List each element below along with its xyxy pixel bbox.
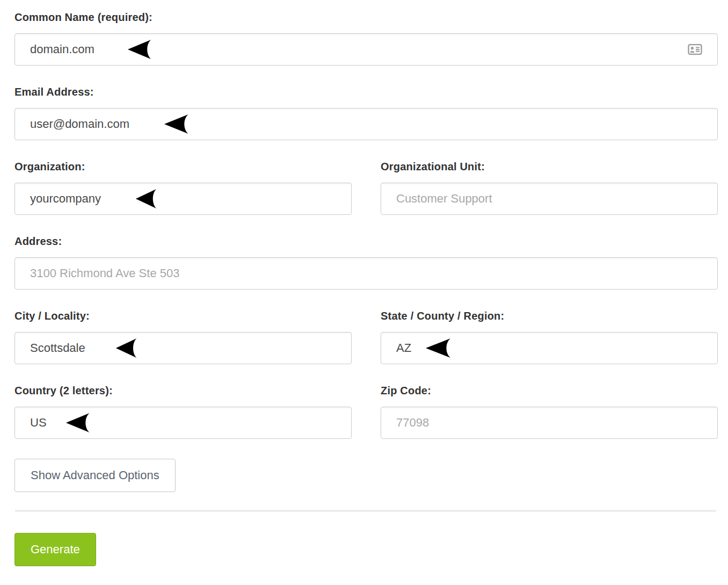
organization-input[interactable] — [14, 183, 352, 215]
address-label: Address: — [14, 235, 718, 248]
field-organization: Organization: — [14, 160, 352, 215]
zip-input-wrap — [381, 407, 718, 439]
section-divider — [15, 510, 716, 512]
show-advanced-options-button[interactable]: Show Advanced Options — [14, 459, 176, 492]
common-name-input[interactable] — [14, 33, 718, 66]
field-zip: Zip Code: — [381, 384, 718, 439]
city-label: City / Locality: — [14, 309, 352, 322]
email-label: Email Address: — [14, 85, 718, 98]
common-name-label: Common Name (required): — [14, 11, 718, 24]
organization-label: Organization: — [14, 160, 352, 173]
field-email: Email Address: — [14, 85, 718, 140]
csr-generator-form: Common Name (required): Email Address: O… — [14, 0, 718, 566]
field-organizational-unit: Organizational Unit: — [381, 160, 718, 215]
country-label: Country (2 letters): — [14, 384, 352, 397]
state-label: State / County / Region: — [381, 309, 718, 322]
city-input[interactable] — [14, 332, 352, 364]
city-input-wrap — [14, 332, 352, 364]
organizational-unit-input[interactable] — [381, 183, 718, 215]
zip-input[interactable] — [381, 407, 718, 439]
field-city: City / Locality: — [14, 309, 352, 364]
field-address: Address: — [14, 235, 718, 290]
zip-label: Zip Code: — [381, 384, 718, 397]
organizational-unit-input-wrap — [381, 183, 718, 215]
organization-input-wrap — [14, 183, 352, 215]
field-common-name: Common Name (required): — [14, 11, 718, 66]
country-input-wrap — [14, 407, 352, 439]
row-country-zip: Country (2 letters): Zip Code: — [14, 384, 718, 459]
field-state: State / County / Region: — [381, 309, 718, 364]
row-organization: Organization: Organizational Unit: — [14, 160, 718, 235]
email-input-wrap — [14, 108, 718, 140]
contact-card-icon[interactable] — [688, 44, 702, 55]
country-input[interactable] — [14, 407, 352, 439]
state-input-wrap — [381, 332, 718, 364]
address-input-wrap — [14, 257, 718, 290]
organizational-unit-label: Organizational Unit: — [381, 160, 718, 173]
generate-button[interactable]: Generate — [14, 533, 96, 566]
row-city-state: City / Locality: State / County / Region… — [14, 309, 718, 384]
state-input[interactable] — [381, 332, 718, 364]
email-input[interactable] — [14, 108, 718, 140]
common-name-input-wrap — [14, 33, 718, 66]
address-input[interactable] — [14, 257, 718, 290]
field-country: Country (2 letters): — [14, 384, 352, 439]
